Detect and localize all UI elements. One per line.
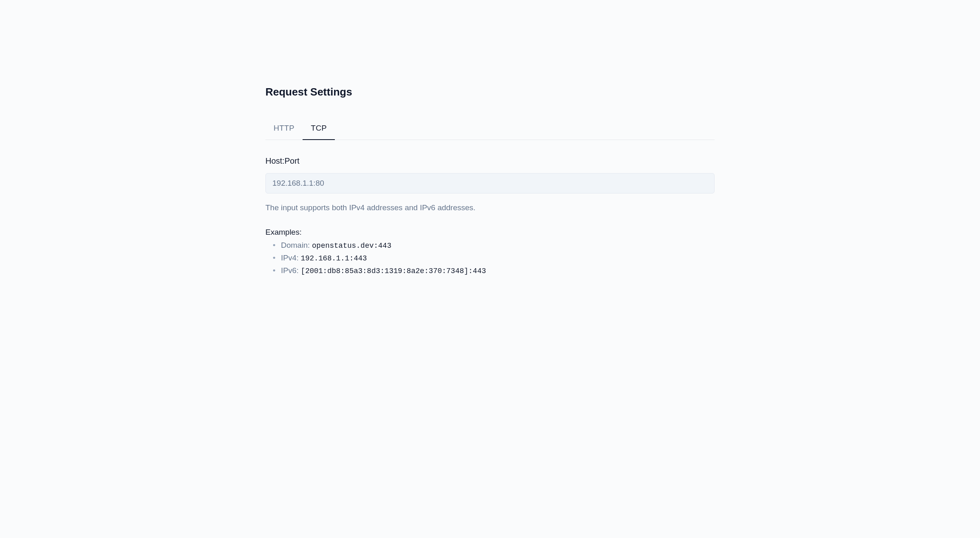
examples-label: Examples: bbox=[265, 228, 715, 237]
host-port-label: Host:Port bbox=[265, 156, 715, 166]
list-item: IPv6: [2001:db8:85a3:8d3:1319:8a2e:370:7… bbox=[281, 265, 715, 277]
list-item: Domain: openstatus.dev:443 bbox=[281, 239, 715, 252]
section-title: Request Settings bbox=[265, 86, 715, 98]
example-code-ipv6: [2001:db8:85a3:8d3:1319:8a2e:370:7348]:4… bbox=[301, 267, 486, 275]
request-settings-panel: Request Settings HTTP TCP Host:Port The … bbox=[265, 86, 715, 277]
list-item: IPv4: 192.168.1.1:443 bbox=[281, 252, 715, 265]
host-port-help-text: The input supports both IPv4 addresses a… bbox=[265, 203, 715, 212]
host-port-input[interactable] bbox=[265, 173, 715, 193]
example-type-domain: Domain: bbox=[281, 241, 310, 249]
examples-list: Domain: openstatus.dev:443 IPv4: 192.168… bbox=[265, 239, 715, 277]
example-type-ipv4: IPv4: bbox=[281, 253, 298, 262]
tab-http[interactable]: HTTP bbox=[265, 118, 303, 140]
example-code-domain: openstatus.dev:443 bbox=[312, 242, 391, 250]
example-code-ipv4: 192.168.1.1:443 bbox=[301, 254, 367, 262]
example-type-ipv6: IPv6: bbox=[281, 266, 298, 275]
tab-tcp[interactable]: TCP bbox=[303, 118, 335, 140]
tabs: HTTP TCP bbox=[265, 118, 715, 140]
